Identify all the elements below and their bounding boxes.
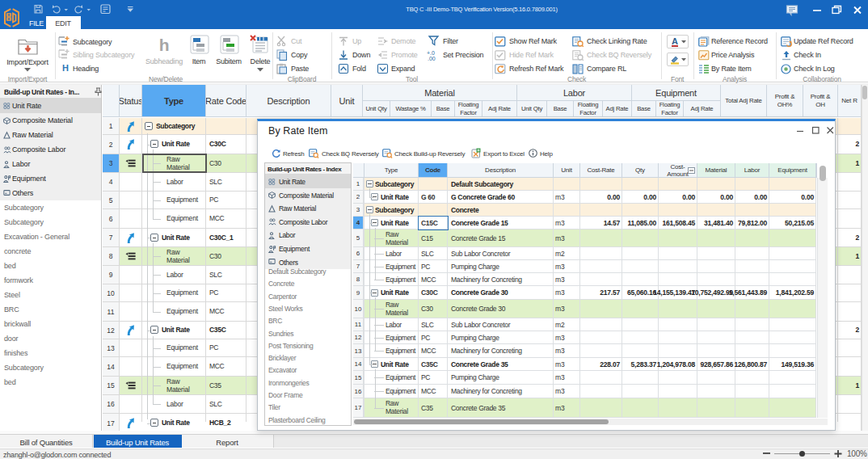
svg-text:+.0: +.0 <box>427 50 435 56</box>
svg-text:.00: .00 <box>428 56 436 61</box>
